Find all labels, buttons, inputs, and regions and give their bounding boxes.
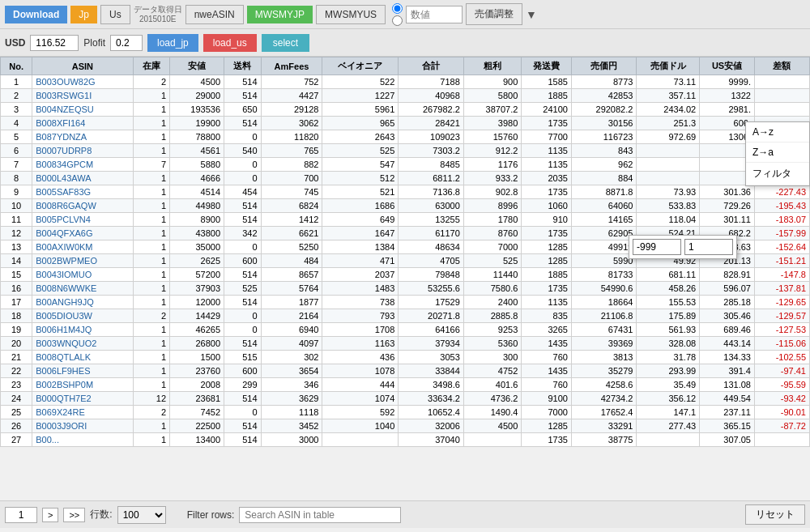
table-cell[interactable]: B000QTH7E2 <box>32 392 133 406</box>
table-cell: 53255.6 <box>399 282 463 296</box>
rows-select[interactable]: 100502510 <box>117 506 166 524</box>
table-cell[interactable]: B0003J9ORI <box>32 419 133 433</box>
col-header-差額[interactable]: 差額 <box>754 57 809 75</box>
price-adjust-button[interactable]: 売価調整 <box>466 3 522 25</box>
page-input[interactable] <box>5 507 37 523</box>
reset-button[interactable]: リセット <box>745 504 805 525</box>
table-cell[interactable]: B00834GPCM <box>32 158 133 172</box>
select-button[interactable]: select <box>262 34 309 52</box>
table-cell[interactable]: B003RSWG1I <box>32 89 133 103</box>
table-cell[interactable]: B002BWPMEO <box>32 254 133 268</box>
num-input[interactable] <box>406 6 463 23</box>
table-cell[interactable]: B000L43AWA <box>32 172 133 185</box>
mws-jp-button[interactable]: MWSMYJP <box>247 6 313 23</box>
inline-edit-input1[interactable] <box>633 239 681 255</box>
next-page-button[interactable]: > <box>42 508 58 522</box>
col-header-ASIN[interactable]: ASIN <box>32 57 133 75</box>
table-cell[interactable]: B003OUW82G <box>32 75 133 89</box>
table-cell: -129.57 <box>754 309 809 323</box>
table-cell[interactable]: B0007UDRP8 <box>32 144 133 158</box>
nwe-asin-button[interactable]: nweASIN <box>185 5 244 24</box>
table-cell: 4561 <box>170 144 224 158</box>
table-cell[interactable]: B004QFXA6G <box>32 227 133 240</box>
table-cell: 3654 <box>261 364 322 378</box>
table-cell[interactable]: B006H1M4JQ <box>32 323 133 337</box>
table-cell: 2625 <box>170 254 224 268</box>
col-header-売価円[interactable]: 売価円 <box>571 57 636 75</box>
col-header-合計[interactable]: 合計 <box>399 57 463 75</box>
table-cell: 514 <box>224 337 261 351</box>
table-cell: 0 <box>224 323 261 337</box>
table-cell[interactable]: B008QTLALK <box>32 351 133 364</box>
table-cell: 1 <box>133 185 169 199</box>
table-cell: 49919 <box>571 240 636 254</box>
mws-us-button[interactable]: MWSMYUS <box>316 5 386 24</box>
table-cell[interactable]: B002BSHP0M <box>32 378 133 392</box>
table-cell[interactable]: B0043IOMUO <box>32 268 133 282</box>
table-cell: 4705 <box>399 254 463 268</box>
col-header-安値[interactable]: 安値 <box>170 57 224 75</box>
table-cell: 1735 <box>522 227 572 240</box>
table-cell: 26 <box>1 419 32 433</box>
download-button[interactable]: Download <box>5 6 67 23</box>
table-cell[interactable]: B00... <box>32 433 133 447</box>
us-button[interactable]: Us <box>100 5 130 24</box>
table-cell[interactable]: B00AXIW0KM <box>32 240 133 254</box>
table-cell[interactable]: B008R6GAQW <box>32 199 133 213</box>
table-cell: 155.53 <box>637 296 700 309</box>
usd-value-input[interactable] <box>30 35 79 51</box>
radio-top[interactable] <box>392 3 403 14</box>
table-cell: 1 <box>133 254 169 268</box>
table-cell: 1 <box>133 296 169 309</box>
plofit-value-input[interactable] <box>110 35 143 51</box>
popup-menu-item[interactable]: A→z <box>746 122 809 143</box>
table-cell[interactable]: B008XFI164 <box>32 117 133 130</box>
table-cell[interactable]: B087YDNZA <box>32 130 133 144</box>
table-cell: 14429 <box>170 309 224 323</box>
col-header-US安値[interactable]: US安値 <box>700 57 755 75</box>
col-header-売価ドル[interactable]: 売価ドル <box>637 57 700 75</box>
table-cell[interactable]: B008N6WWKE <box>32 282 133 296</box>
table-cell[interactable]: B006LF9HES <box>32 364 133 378</box>
col-header-ベイオニア[interactable]: ベイオニア <box>322 57 399 75</box>
table-row: 15B0043IOMUO1572005148657203779848114401… <box>1 268 810 282</box>
table-cell: 700 <box>261 172 322 185</box>
table-cell: 525 <box>463 254 522 268</box>
inline-edit-input2[interactable] <box>684 239 733 255</box>
table-row: 20B003WNQUO21268005144097116337934536014… <box>1 337 810 351</box>
radio-bottom[interactable] <box>392 15 403 26</box>
col-header-送料[interactable]: 送料 <box>224 57 261 75</box>
col-header-在庫[interactable]: 在庫 <box>133 57 169 75</box>
table-cell: 8773 <box>571 75 636 89</box>
popup-menu-item[interactable]: Z→a <box>746 143 809 163</box>
table-cell[interactable]: B005PCLVN4 <box>32 213 133 227</box>
col-header-No.[interactable]: No. <box>1 57 32 75</box>
col-header-粗利[interactable]: 粗利 <box>463 57 522 75</box>
table-cell: 1163 <box>322 337 399 351</box>
load-jp-button[interactable]: load_jp <box>147 34 198 52</box>
table-cell: 26800 <box>170 337 224 351</box>
table-cell: 1 <box>133 351 169 364</box>
popup-menu-item[interactable]: フィルタ <box>746 163 809 185</box>
table-cell: -127.53 <box>754 323 809 337</box>
table-cell[interactable]: B004NZEQSU <box>32 103 133 117</box>
table-cell: 1435 <box>522 337 572 351</box>
table-cell: 17 <box>1 296 32 309</box>
table-cell[interactable]: B003WNQUO2 <box>32 337 133 351</box>
table-cell: 3 <box>1 103 32 117</box>
col-header-AmFees[interactable]: AmFees <box>261 57 322 75</box>
next-next-page-button[interactable]: >> <box>63 508 85 522</box>
table-cell: 23 <box>1 378 32 392</box>
jp-button[interactable]: Jp <box>70 6 97 23</box>
table-cell[interactable]: B005SAF83G <box>32 185 133 199</box>
table-cell: 48634 <box>399 240 463 254</box>
table-cell[interactable]: B005DIOU3W <box>32 309 133 323</box>
table-cell: 14165 <box>571 213 636 227</box>
table-cell[interactable]: B069X24RE <box>32 406 133 419</box>
dropdown-arrow-icon[interactable]: ▼ <box>526 8 537 21</box>
load-us-button[interactable]: load_us <box>203 34 257 52</box>
usd-label: USD <box>5 37 25 49</box>
filter-input[interactable] <box>239 507 401 523</box>
table-cell[interactable]: B00ANGH9JQ <box>32 296 133 309</box>
col-header-発送費[interactable]: 発送費 <box>522 57 572 75</box>
